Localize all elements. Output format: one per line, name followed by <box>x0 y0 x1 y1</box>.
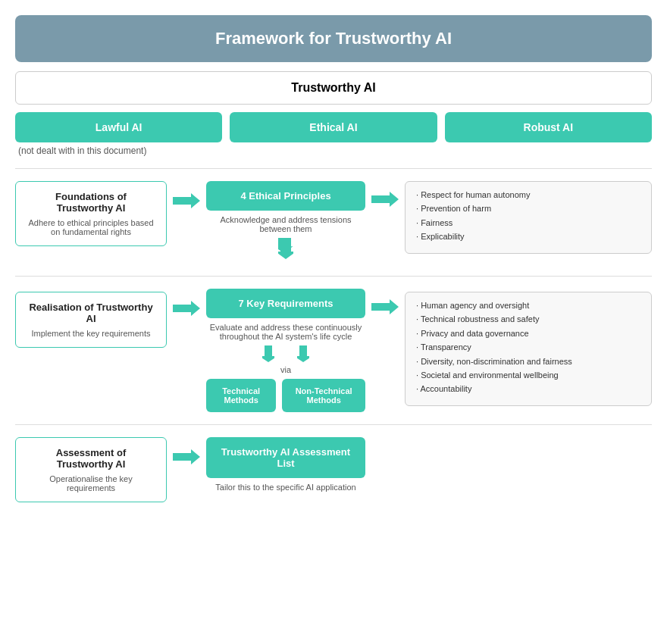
technical-methods-btn: Technical Methods <box>206 379 276 412</box>
down-arrows-methods <box>262 345 309 362</box>
arrow-realisation-to-requirements <box>173 289 200 317</box>
methods-buttons: Technical Methods Non-Technical Methods <box>206 379 365 412</box>
arrow-requirements-to-list <box>371 289 399 314</box>
ethical-principles-col: 4 Ethical Principles Acknowledge and add… <box>206 181 365 264</box>
req-item-1: Human agency and oversight <box>416 300 640 311</box>
foundations-desc: Adhere to ethical principles based on fu… <box>27 218 155 236</box>
req-item-6: Societal and environmental wellbeing <box>416 370 640 381</box>
ethical-principles-list: Respect for human autonomy Prevention of… <box>405 181 652 254</box>
main-title: Framework for Trustworthy AI <box>15 15 652 62</box>
key-requirements-desc: Evaluate and address these continuously … <box>206 323 365 341</box>
trustworthy-box: Trustworthy AI <box>15 71 652 105</box>
req-item-3: Privacy and data governance <box>416 328 640 339</box>
req-item-7: Accountability <box>416 383 640 395</box>
section-realisation: Realisation of Trustworthy AI Implement … <box>15 289 652 412</box>
principle-item-2: Prevention of harm <box>416 203 640 214</box>
realisation-left-box: Realisation of Trustworthy AI Implement … <box>15 292 167 348</box>
svg-marker-2 <box>278 238 293 259</box>
ethical-ai-btn: Ethical AI <box>230 112 437 142</box>
lawful-ai-btn: Lawful AI <box>15 112 222 142</box>
arrow-principles-to-list <box>371 181 399 207</box>
req-item-4: Transparency <box>416 342 640 353</box>
divider-2 <box>15 276 652 277</box>
realisation-desc: Implement the key requirements <box>27 329 155 338</box>
divider-1 <box>15 168 652 169</box>
req-item-5: Diversity, non-discrimination and fairne… <box>416 356 640 367</box>
assessment-title: Assessment of Trustworthy AI <box>27 447 155 470</box>
key-requirements-col: 7 Key Requirements Evaluate and address … <box>206 289 365 412</box>
principle-item-3: Fairness <box>416 217 640 229</box>
key-requirements-list: Human agency and oversight Technical rob… <box>405 292 652 406</box>
foundations-left-box: Foundations of Trustworthy AI Adhere to … <box>15 181 167 246</box>
req-item-2: Technical robustness and safety <box>416 314 640 325</box>
assessment-list-desc: Tailor this to the specific AI applicati… <box>215 483 355 492</box>
robust-ai-btn: Robust AI <box>445 112 652 142</box>
svg-marker-7 <box>371 299 399 314</box>
via-label: via <box>280 365 291 374</box>
section-assessment: Assessment of Trustworthy AI Operational… <box>15 437 652 502</box>
non-technical-methods-btn: Non-Technical Methods <box>282 379 365 412</box>
arrow-foundations-to-principles <box>173 181 200 210</box>
svg-marker-3 <box>371 192 399 207</box>
not-dealt-text: (not dealt with in this document) <box>15 145 652 156</box>
foundations-title: Foundations of Trustworthy AI <box>27 191 155 214</box>
ethical-principles-box: 4 Ethical Principles <box>206 181 365 211</box>
assessment-list-box: Trustworthy AI Assessment List <box>206 437 365 478</box>
arrow-down-principles <box>278 238 293 259</box>
svg-marker-8 <box>173 449 200 464</box>
principle-item-1: Respect for human autonomy <box>416 189 640 201</box>
divider-3 <box>15 424 652 425</box>
ethical-principles-desc: Acknowledge and address tensions between… <box>206 215 365 233</box>
key-requirements-box: 7 Key Requirements <box>206 289 365 318</box>
assessment-left-box: Assessment of Trustworthy AI Operational… <box>15 437 167 502</box>
assessment-desc: Operationalise the key requirements <box>27 474 155 492</box>
assessment-list-col: Trustworthy AI Assessment List Tailor th… <box>206 437 365 492</box>
svg-marker-5 <box>262 345 274 362</box>
svg-marker-6 <box>297 345 309 362</box>
arrow-assessment-to-list <box>173 437 200 466</box>
principle-item-4: Explicability <box>416 231 640 242</box>
realisation-title: Realisation of Trustworthy AI <box>27 302 155 324</box>
svg-marker-4 <box>173 301 200 316</box>
svg-marker-0 <box>173 193 200 208</box>
section-foundations: Foundations of Trustworthy AI Adhere to … <box>15 181 652 264</box>
